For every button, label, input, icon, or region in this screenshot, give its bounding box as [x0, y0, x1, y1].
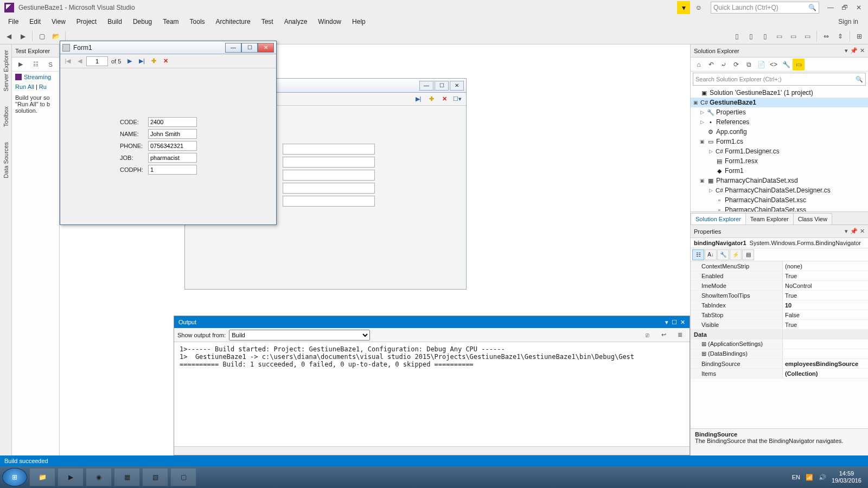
prop-pin-icon[interactable]: 📌: [850, 228, 858, 235]
run-link[interactable]: Ru: [39, 84, 47, 90]
nav-first-button[interactable]: |◀: [62, 56, 73, 67]
solution-node[interactable]: ▣C#GestiuneBaze1: [691, 98, 868, 107]
designer-textbox[interactable]: [283, 170, 375, 181]
streaming-video-link[interactable]: Streaming: [12, 72, 59, 82]
designer-nav-add-icon[interactable]: ✚: [426, 94, 437, 105]
property-row[interactable]: ImeModeNoControl: [691, 281, 868, 291]
property-row[interactable]: Items(Collection): [691, 369, 868, 378]
property-row[interactable]: Data: [691, 330, 868, 339]
prop-close-icon[interactable]: ✕: [860, 228, 865, 235]
menu-architecture[interactable]: Architecture: [211, 16, 256, 27]
solution-node[interactable]: ◆Form1: [691, 166, 868, 176]
sign-in-link[interactable]: Sign in: [838, 18, 865, 25]
property-row[interactable]: ShowItemToolTipsTrue: [691, 291, 868, 300]
nav-next-button[interactable]: ▶: [124, 56, 135, 67]
output-text[interactable]: 1>------ Build started: Project: Gestiun…: [174, 342, 690, 446]
solution-node[interactable]: ⚙App.config: [691, 127, 868, 137]
property-row[interactable]: BindingSourceemployeesBindingSource: [691, 359, 868, 369]
taskbar-mediaplayer-icon[interactable]: ▶: [58, 468, 84, 486]
toolbox-tab[interactable]: Toolbox: [3, 104, 9, 129]
solution-node[interactable]: ▣▦PharmacyChainDataSet.xsd: [691, 176, 868, 185]
solution-node[interactable]: ▫PharmacyChainDataSet.xsc: [691, 195, 868, 205]
prop-pages-icon[interactable]: ▤: [742, 249, 754, 260]
name-input[interactable]: [148, 129, 197, 139]
solution-node[interactable]: ▣▭Form1.cs: [691, 137, 868, 146]
vspace-equal-icon[interactable]: ⇕: [834, 30, 847, 43]
menu-file[interactable]: File: [3, 16, 23, 27]
codph-input[interactable]: [148, 165, 197, 175]
menu-view[interactable]: View: [47, 16, 71, 27]
solution-node[interactable]: ▫PharmacyChainDataSet.xss: [691, 205, 868, 211]
restore-button[interactable]: 🗗: [838, 2, 852, 14]
form1-minimize-button[interactable]: —: [225, 43, 241, 53]
group-tests-icon[interactable]: ☷: [29, 58, 42, 71]
se-options-icon[interactable]: ▾: [845, 47, 848, 54]
align-centers-icon[interactable]: ▯: [744, 30, 757, 43]
nav-add-button[interactable]: ✚: [148, 56, 159, 67]
designer-textbox[interactable]: [283, 196, 375, 207]
se-pin-icon[interactable]: 📌: [850, 47, 858, 54]
prop-options-icon[interactable]: ▾: [845, 228, 848, 235]
taskbar-visualstudio-icon[interactable]: ▧: [142, 468, 168, 486]
tray-volume-icon[interactable]: 🔊: [819, 474, 826, 481]
se-properties-icon[interactable]: 🔧: [780, 59, 792, 70]
tray-clock[interactable]: 14:5919/03/2016: [832, 470, 861, 484]
menu-build[interactable]: Build: [103, 16, 127, 27]
output-wrap-icon[interactable]: ↩: [657, 329, 670, 342]
tab-solution-explorer[interactable]: Solution Explorer: [691, 213, 746, 224]
menu-test[interactable]: Test: [257, 16, 278, 27]
tab-order-icon[interactable]: ⊞: [853, 30, 866, 43]
property-row[interactable]: ContextMenuStrip(none): [691, 261, 868, 271]
job-input[interactable]: [148, 153, 197, 163]
minimize-button[interactable]: —: [824, 2, 838, 14]
code-input[interactable]: [148, 117, 197, 127]
align-lefts-icon[interactable]: ▯: [730, 30, 743, 43]
nav-prev-button[interactable]: ◀: [74, 56, 85, 67]
solution-node[interactable]: ▷•References: [691, 117, 868, 127]
tray-network-icon[interactable]: 📶: [806, 474, 813, 481]
output-close-icon[interactable]: ✕: [680, 319, 685, 326]
designer-nav-save-icon[interactable]: ☐▾: [452, 94, 463, 105]
hspace-equal-icon[interactable]: ⇔: [820, 30, 833, 43]
se-sync-icon[interactable]: ⤾: [718, 59, 730, 70]
form1-close-button[interactable]: ✕: [258, 43, 274, 53]
prop-events-icon[interactable]: ⚡: [730, 249, 742, 260]
align-rights-icon[interactable]: ▯: [758, 30, 771, 43]
solution-tree[interactable]: ▣Solution 'GestiuneBaze1' (1 project)▣C#…: [691, 87, 868, 211]
solution-node[interactable]: ▣Solution 'GestiuneBaze1' (1 project): [691, 88, 868, 98]
align-bottoms-icon[interactable]: ▭: [801, 30, 814, 43]
property-row[interactable]: ⊞ (ApplicationSettings): [691, 339, 868, 349]
form1-running-window[interactable]: Form1 — ☐ ✕ |◀ ◀ of 5 ▶ ▶| ✚ ✕ CODE: NAM…: [60, 41, 277, 225]
align-middles-icon[interactable]: ▭: [787, 30, 800, 43]
menu-edit[interactable]: Edit: [24, 16, 46, 27]
menu-team[interactable]: Team: [158, 16, 183, 27]
designer-textbox[interactable]: [283, 157, 375, 168]
search-tests-icon[interactable]: S: [44, 58, 57, 71]
taskbar-chrome-icon[interactable]: ◉: [86, 468, 112, 486]
taskbar-form1-icon[interactable]: ▢: [170, 468, 196, 486]
designer-nav-delete-icon[interactable]: ✕: [439, 94, 450, 105]
nav-back-icon[interactable]: ◀: [2, 30, 15, 43]
menu-window[interactable]: Window: [313, 16, 346, 27]
prop-categorized-icon[interactable]: ☷: [692, 249, 704, 260]
taskbar-app1-icon[interactable]: ▦: [114, 468, 140, 486]
output-pin-icon[interactable]: ☐: [672, 319, 677, 326]
designer-textbox[interactable]: [283, 183, 375, 194]
server-explorer-tab[interactable]: Server Explorer: [3, 48, 9, 93]
output-options-icon[interactable]: ▾: [665, 319, 668, 326]
solution-node[interactable]: ▷C#Form1.Designer.cs: [691, 146, 868, 156]
tray-lang[interactable]: EN: [792, 474, 800, 480]
se-home-icon[interactable]: ⌂: [693, 59, 705, 70]
menu-debug[interactable]: Debug: [128, 16, 157, 27]
output-scrollbar[interactable]: [174, 446, 690, 455]
se-collapse-icon[interactable]: ⧉: [743, 59, 755, 70]
solution-node[interactable]: ▷C#PharmacyChainDataSet.Designer.cs: [691, 185, 868, 195]
designer-nav-last-icon[interactable]: ▶|: [413, 94, 424, 105]
nav-fwd-icon[interactable]: ▶: [16, 30, 29, 43]
property-row[interactable]: TabStopFalse: [691, 310, 868, 320]
property-row[interactable]: TabIndex10: [691, 300, 868, 310]
prop-alpha-icon[interactable]: A↓: [705, 249, 717, 260]
run-tests-icon[interactable]: ▶: [14, 58, 27, 71]
form1-maximize-button[interactable]: ☐: [241, 43, 258, 53]
output-clear-icon[interactable]: ⎚: [641, 329, 654, 342]
